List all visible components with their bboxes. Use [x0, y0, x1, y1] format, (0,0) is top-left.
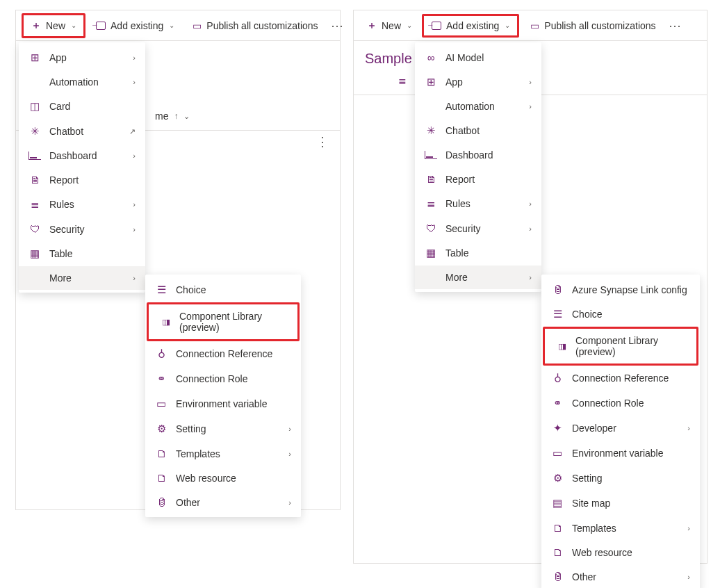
lib-icon [555, 342, 567, 351]
menu-item-more[interactable]: More› [415, 266, 541, 289]
menu-item-app[interactable]: App› [19, 45, 145, 70]
menu-item-label: Web resource [176, 473, 291, 484]
menu-item-choice[interactable]: Choice [541, 302, 700, 327]
chevron-right-icon: › [687, 573, 690, 581]
menu-item-connection-role[interactable]: Connection Role [541, 391, 700, 416]
menu-item-card[interactable]: Card [19, 94, 145, 119]
menu-item-setting[interactable]: Setting [541, 466, 700, 491]
new-button[interactable]: New ⌄ [22, 13, 85, 38]
menu-item-setting[interactable]: Setting› [145, 416, 301, 441]
menu-item-site-map[interactable]: Site map [541, 491, 700, 516]
menu-item-rules[interactable]: Rules› [19, 192, 145, 217]
menu-item-automation[interactable]: Automation› [415, 95, 541, 118]
web-icon [551, 546, 564, 558]
menu-item-developer[interactable]: Developer› [541, 416, 700, 441]
web-icon [155, 472, 167, 484]
menu-item-web-resource[interactable]: Web resource [145, 466, 301, 490]
menu-item-component-library-preview-[interactable]: Component Library (preview) [543, 327, 698, 366]
menu-item-automation[interactable]: Automation› [19, 70, 145, 94]
add-existing-button[interactable]: Add existing ⌄ [88, 16, 181, 35]
menu-item-table[interactable]: Table [19, 241, 145, 266]
menu-item-label: Automation [49, 76, 124, 88]
report-icon [28, 174, 41, 186]
menu-item-security[interactable]: Security› [415, 216, 541, 240]
more-submenu: Azure Synapse Link configChoiceComponent… [541, 275, 700, 588]
menu-item-choice[interactable]: Choice [145, 277, 301, 302]
menu-item-report[interactable]: Report [19, 168, 145, 192]
menu-item-azure-synapse-link-config[interactable]: Azure Synapse Link config [541, 277, 700, 302]
chevron-right-icon: › [288, 498, 291, 507]
menu-item-connection-role[interactable]: Connection Role [145, 366, 301, 391]
tmpl-icon [551, 522, 564, 534]
chevron-down-icon: ⌄ [505, 22, 510, 29]
command-bar: New ⌄ Add existing ⌄ Publish all customi… [16, 10, 340, 41]
menu-item-other[interactable]: Other› [145, 490, 301, 514]
menu-item-label: Report [445, 174, 532, 185]
menu-item-dashboard[interactable]: Dashboard› [19, 144, 145, 168]
menu-item-label: App [445, 76, 521, 88]
publish-button[interactable]: Publish all customizations [522, 16, 662, 35]
menu-item-report[interactable]: Report [415, 167, 541, 191]
menu-item-chatbot[interactable]: Chatbot↗ [19, 119, 145, 144]
ai-icon [425, 51, 437, 63]
flow-icon [425, 101, 437, 112]
menu-item-component-library-preview-[interactable]: Component Library (preview) [147, 302, 300, 341]
add-existing-button[interactable]: Add existing ⌄ [422, 14, 519, 38]
menu-item-security[interactable]: Security› [19, 217, 145, 241]
card-icon [28, 100, 41, 113]
menu-item-other[interactable]: Other› [541, 564, 700, 588]
menu-item-dashboard[interactable]: Dashboard [415, 143, 541, 167]
new-button-label: New [46, 20, 65, 31]
sort-asc-icon: ↑ [174, 111, 178, 121]
row-more-button[interactable]: ⋮ [316, 139, 329, 145]
chevron-down-icon[interactable]: ⌄ [183, 112, 190, 121]
menu-item-label: Connection Reference [572, 373, 690, 384]
list-view-icon[interactable]: ≣ [398, 75, 407, 86]
choice-icon [155, 284, 167, 296]
add-existing-icon [95, 22, 106, 30]
menu-item-web-resource[interactable]: Web resource [541, 540, 700, 564]
menu-item-connection-reference[interactable]: Connection Reference [145, 341, 301, 366]
menu-item-templates[interactable]: Templates› [541, 516, 700, 540]
menu-item-environment-variable[interactable]: Environment variable [541, 441, 700, 466]
role-icon [155, 373, 167, 385]
table-icon [28, 247, 41, 260]
report-icon [425, 173, 437, 185]
menu-item-templates[interactable]: Templates› [145, 441, 301, 466]
chevron-right-icon: › [133, 54, 136, 62]
overflow-button[interactable]: ⋯ [666, 18, 685, 33]
env-icon [551, 447, 564, 459]
menu-item-rules[interactable]: Rules› [415, 191, 541, 216]
publish-button[interactable]: Publish all customizations [184, 16, 325, 35]
menu-item-label: Table [445, 247, 532, 259]
menu-item-label: Other [572, 571, 679, 582]
shield-icon [28, 223, 41, 235]
new-button[interactable]: New ⌄ [359, 15, 419, 36]
lib-icon [158, 318, 171, 327]
menu-item-label: Choice [572, 309, 690, 320]
menu-item-label: Environment variable [176, 398, 291, 409]
chart-icon [28, 152, 41, 160]
column-header-name[interactable]: me [155, 111, 168, 122]
chevron-right-icon: › [529, 199, 532, 208]
menu-item-more[interactable]: More› [19, 266, 145, 290]
menu-item-table[interactable]: Table [415, 240, 541, 266]
dev-icon [551, 422, 564, 434]
chevron-right-icon: › [529, 273, 532, 281]
bot-icon [425, 124, 437, 137]
menu-item-chatbot[interactable]: Chatbot [415, 118, 541, 143]
menu-item-label: More [49, 272, 124, 284]
menu-item-environment-variable[interactable]: Environment variable [145, 391, 301, 416]
plug-icon [551, 372, 564, 384]
menu-item-app[interactable]: App› [415, 70, 541, 95]
menu-item-label: Rules [49, 199, 124, 210]
overflow-button[interactable]: ⋯ [328, 18, 347, 33]
menu-item-label: Setting [572, 473, 690, 484]
menu-item-connection-reference[interactable]: Connection Reference [541, 366, 700, 391]
menu-item-label: Connection Role [176, 373, 291, 384]
menu-item-ai-model[interactable]: AI Model [415, 45, 541, 70]
gear-icon [551, 472, 564, 484]
menu-item-label: Card [49, 101, 136, 112]
flow-icon [28, 76, 41, 88]
add-existing-label: Add existing [111, 20, 163, 31]
